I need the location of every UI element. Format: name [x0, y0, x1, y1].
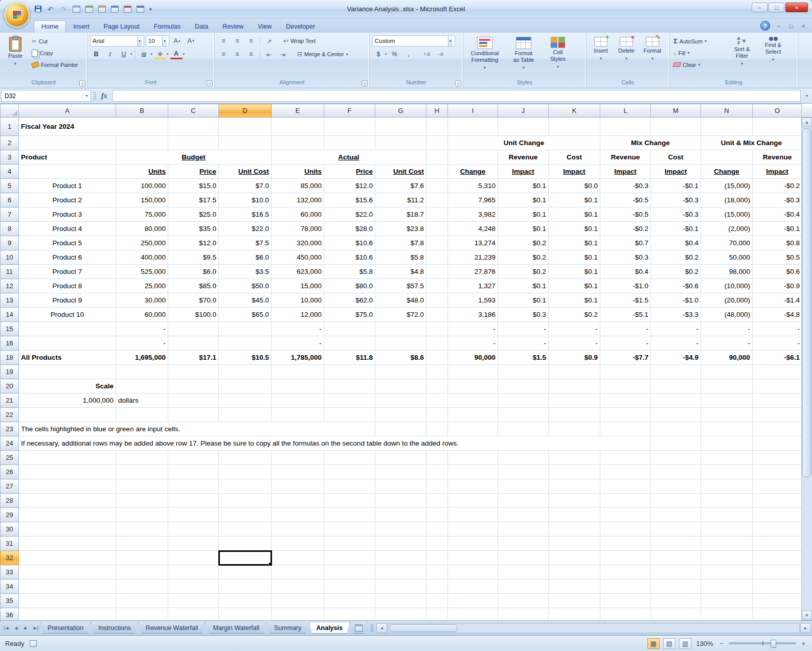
scroll-right-button[interactable]: ►: [800, 623, 811, 633]
italic-button[interactable]: I: [104, 49, 116, 59]
align-top-button[interactable]: ≡: [217, 36, 230, 46]
cell-L9[interactable]: $0.7: [600, 236, 651, 250]
fill-dropdown-arrow[interactable]: ▾: [688, 51, 690, 55]
cell-A18[interactable]: All Products: [19, 351, 116, 365]
row-header-13[interactable]: 13: [1, 293, 19, 308]
cell-N7[interactable]: (15,000): [701, 207, 753, 222]
cell-B34[interactable]: [116, 579, 168, 594]
cell-B26[interactable]: [116, 465, 168, 479]
cell-O33[interactable]: [753, 565, 802, 579]
cell-E26[interactable]: [272, 465, 324, 479]
cell-L36[interactable]: [600, 608, 651, 621]
sort-filter-button[interactable]: AZ ▼ Sort & Filter ▾: [728, 35, 756, 79]
tab-home[interactable]: Home: [34, 20, 66, 33]
conditional-formatting-dropdown-arrow[interactable]: ▾: [484, 64, 486, 71]
cell-B30[interactable]: [116, 522, 168, 537]
cell-K33[interactable]: [549, 565, 600, 579]
cell-D30[interactable]: [219, 522, 272, 537]
row-header-2[interactable]: 2: [1, 136, 19, 150]
cell-B19[interactable]: [116, 365, 168, 379]
cell-F22[interactable]: [324, 408, 375, 422]
cell-F32[interactable]: [324, 551, 375, 565]
cell-J26[interactable]: [498, 465, 549, 479]
delete-dropdown-arrow[interactable]: ▾: [625, 55, 627, 62]
cell-D4[interactable]: Unit Cost: [219, 165, 272, 179]
alignment-dialog-launcher[interactable]: ↘: [362, 80, 368, 86]
page-layout-view-button[interactable]: ▤: [663, 638, 675, 649]
cell-K12[interactable]: $0.1: [549, 279, 600, 293]
cell-H21[interactable]: [426, 393, 448, 408]
cell-L4[interactable]: Impact: [600, 165, 651, 179]
cell-D34[interactable]: [219, 579, 272, 594]
cell-D2[interactable]: [219, 136, 272, 150]
cell-J8[interactable]: $0.1: [498, 222, 549, 236]
row-header-1[interactable]: 1: [1, 118, 19, 136]
row-header-23[interactable]: 23: [1, 422, 19, 436]
format-painter-button[interactable]: Format Painter: [30, 59, 80, 70]
cell-N10[interactable]: 50,000: [701, 250, 753, 265]
cell-L27[interactable]: [600, 479, 651, 494]
conditional-formatting-button[interactable]: Conditional Formatting ▾: [466, 35, 504, 79]
cell-G15[interactable]: [375, 322, 426, 336]
column-header-G[interactable]: G: [375, 104, 426, 118]
cell-B12[interactable]: 25,000: [116, 279, 168, 293]
cell-E30[interactable]: [272, 522, 324, 537]
row-header-29[interactable]: 29: [1, 508, 19, 522]
row-header-30[interactable]: 30: [1, 522, 19, 537]
qat-custom-button-3[interactable]: [97, 5, 107, 14]
cell-D19[interactable]: [219, 365, 272, 379]
cell-I11[interactable]: 27,876: [448, 265, 498, 279]
cell-D9[interactable]: $7.5: [219, 236, 272, 250]
cell-A2[interactable]: [19, 136, 116, 150]
align-left-button[interactable]: ≡: [217, 49, 230, 59]
cell-O9[interactable]: $0.8: [753, 236, 802, 250]
cell-C34[interactable]: [168, 579, 219, 594]
cell-I10[interactable]: 21,239: [448, 250, 498, 265]
cell-E13[interactable]: 10,000: [272, 293, 324, 308]
cell-H12[interactable]: [426, 279, 448, 293]
cell-B31[interactable]: [116, 537, 168, 551]
accounting-format-button[interactable]: $: [372, 49, 385, 59]
cell-F13[interactable]: $62.0: [324, 293, 375, 308]
cell-H7[interactable]: [426, 207, 448, 222]
cell-I5[interactable]: 5,310: [448, 179, 498, 193]
cell-E25[interactable]: [272, 451, 324, 465]
borders-dropdown-arrow[interactable]: ▾: [151, 52, 153, 56]
cell-O3[interactable]: Revenue: [753, 150, 802, 165]
cell-D12[interactable]: $50.0: [219, 279, 272, 293]
cell-N33[interactable]: [701, 565, 753, 579]
cell-J6[interactable]: $0.1: [498, 193, 549, 207]
cell-N30[interactable]: [701, 522, 753, 537]
cell-A7[interactable]: Product 3: [19, 207, 116, 222]
cell-G18[interactable]: $8.6: [375, 351, 426, 365]
cell-I36[interactable]: [448, 608, 498, 621]
cell-H36[interactable]: [426, 608, 448, 621]
cell-M22[interactable]: [651, 408, 701, 422]
cell-I20[interactable]: [448, 379, 498, 393]
cell-O10[interactable]: $0.5: [753, 250, 802, 265]
cell-M18[interactable]: -$4.9: [651, 351, 701, 365]
cell-J31[interactable]: [498, 537, 549, 551]
cell-L33[interactable]: [600, 565, 651, 579]
cell-A6[interactable]: Product 2: [19, 193, 116, 207]
zoom-slider-thumb[interactable]: [771, 640, 776, 648]
cell-L15[interactable]: -: [600, 322, 651, 336]
cell-J7[interactable]: $0.1: [498, 207, 549, 222]
cell-G14[interactable]: $72.0: [375, 308, 426, 322]
cell-K31[interactable]: [549, 537, 600, 551]
cell-I27[interactable]: [448, 479, 498, 494]
cell-J1[interactable]: [498, 118, 549, 136]
cell-K8[interactable]: $0.1: [549, 222, 600, 236]
font-color-dropdown-arrow[interactable]: ▾: [183, 52, 185, 56]
cell-K27[interactable]: [549, 479, 600, 494]
cell-O29[interactable]: [753, 508, 802, 522]
cell-G11[interactable]: $4.8: [375, 265, 426, 279]
sort-filter-dropdown-arrow[interactable]: ▾: [741, 60, 743, 67]
cell-K4[interactable]: Impact: [549, 165, 600, 179]
row-header-9[interactable]: 9: [1, 236, 19, 250]
cell-M8[interactable]: -$0.1: [651, 222, 701, 236]
cell-L32[interactable]: [600, 551, 651, 565]
column-header-C[interactable]: C: [168, 104, 219, 118]
cell-I33[interactable]: [448, 565, 498, 579]
cell-K15[interactable]: -: [549, 322, 600, 336]
